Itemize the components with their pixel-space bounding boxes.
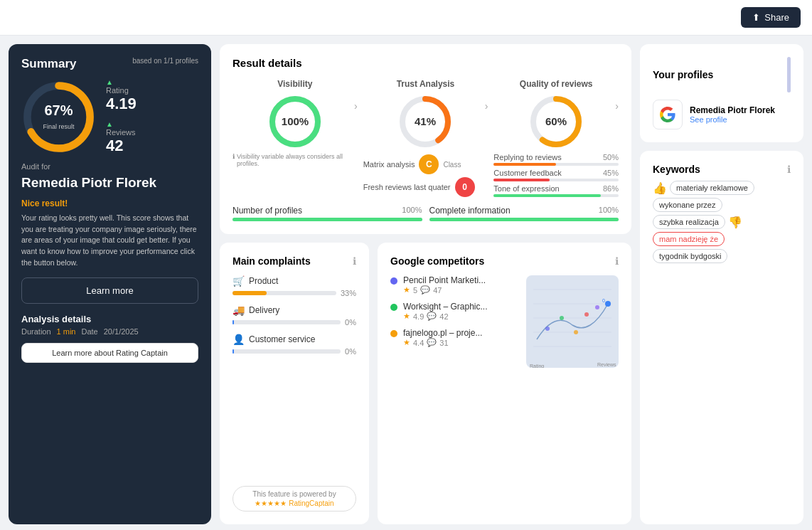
quality-title: Quality of reviews — [493, 79, 619, 89]
audit-for-label: Audit for — [21, 162, 198, 171]
product-pct: 33% — [341, 289, 356, 297]
rating-label: Rating — [106, 86, 137, 95]
profile-item-0: Remedia Piotr Florek See profile — [653, 100, 791, 129]
analysis-details: Analysis details Duration 1 min Date 20/… — [21, 312, 198, 336]
stats-block: ▲ Rating 4.19 ▲ Reviews 42 — [106, 78, 137, 155]
feedback-item: Customer feedback 45% — [493, 169, 619, 181]
zero-badge: 0 — [455, 177, 475, 197]
svg-point-18 — [560, 316, 564, 320]
learn-more-captain-button[interactable]: Learn more about Rating Captain — [21, 343, 198, 363]
see-profile-link-0[interactable]: See profile — [690, 115, 775, 124]
customer-service-pct: 0% — [345, 347, 356, 356]
quality-card: Quality of reviews 60% Replying to revie… — [493, 79, 619, 197]
summary-title: Summary — [21, 57, 76, 71]
based-on-label: based on 1/1 profiles — [132, 57, 198, 65]
keywords-wrap: 👍 materiały reklamowe wykonane przez szy… — [653, 181, 791, 263]
learn-more-button[interactable]: Learn more — [21, 277, 198, 304]
competitor-3: fajnelogo.pl – proje... ★ 4.4 💬 31 — [390, 328, 519, 347]
final-pct: 67% — [43, 102, 74, 119]
analysis-title: Analysis details — [21, 314, 91, 324]
keywords-panel: Keywords ℹ 👍 materiały reklamowe wykonan… — [640, 151, 803, 524]
competitors-chart: Rating Reviews 0 — [526, 275, 619, 368]
powered-by: This feature is powered by ★★★★★ RatingC… — [233, 486, 356, 512]
date-label: Date — [81, 327, 97, 336]
svg-point-21 — [595, 305, 599, 309]
visibility-note: ℹ Visibility variable always considers a… — [233, 153, 358, 167]
competitor-2: Worksight – Graphic... ★ 4.9 💬 42 — [390, 302, 519, 321]
complaint-delivery: 🚚 Delivery 0% — [233, 304, 356, 327]
customer-service-label: Customer service — [249, 334, 315, 344]
keyword-tag-2[interactable]: szybka realizacja — [653, 215, 725, 229]
rating-value: 4.19 — [106, 95, 137, 112]
competitor-1-name: Pencil Point Marketi... — [403, 275, 486, 285]
share-button[interactable]: ⬆ Share — [741, 7, 801, 28]
replying-item: Replying to reviews 50% — [493, 153, 619, 166]
final-label: Final result — [43, 123, 74, 130]
result-details-title: Result details — [233, 57, 619, 69]
competitor-1: Pencil Point Marketi... ★ 5 💬 47 — [390, 275, 519, 295]
visibility-chevron[interactable]: › — [354, 100, 358, 112]
right-column: Your profiles Remedia Piotr Florek See p… — [640, 44, 803, 524]
reviews-block: ▲ Reviews 42 — [106, 120, 137, 155]
svg-text:0: 0 — [602, 298, 605, 303]
summary-panel: Summary based on 1/1 profiles 67% Final … — [9, 44, 211, 524]
main-complaints-panel: Main complaints ℹ 🛒 Product 33% — [220, 243, 369, 524]
keyword-tag-4[interactable]: tygodnik bydgoski — [653, 249, 727, 263]
thumbs-down-icon: 👎 — [728, 216, 742, 229]
svg-point-19 — [574, 330, 578, 334]
profiles-title: Your profiles — [653, 69, 713, 80]
date-value: 20/1/2025 — [104, 327, 139, 336]
num-profiles-item: Number of profiles 100% — [233, 206, 422, 221]
trust-chevron[interactable]: › — [485, 100, 488, 112]
donut-container: 67% Final result — [21, 80, 96, 154]
class-badge: C — [419, 154, 439, 174]
reviews-value: 42 — [106, 137, 123, 154]
complaints-info-icon: ℹ — [353, 255, 356, 267]
visibility-card: Visibility 100% ℹ Visibility variable al… — [233, 79, 358, 197]
page-layout: Summary based on 1/1 profiles 67% Final … — [0, 36, 812, 530]
trust-title: Trust Analysis — [363, 79, 488, 89]
visibility-title: Visibility — [233, 79, 358, 89]
competitors-list: Pencil Point Marketi... ★ 5 💬 47 — [390, 275, 519, 368]
trust-matrix-row: Matrix analysis C Class — [363, 154, 488, 174]
class-label: Class — [443, 161, 461, 169]
svg-text:Rating: Rating — [530, 364, 544, 368]
result-description: Your rating looks pretty well. This scor… — [21, 213, 198, 269]
result-details-panel: Result details Visibility 100% ℹ Visi — [220, 44, 631, 234]
duration-value: 1 min — [57, 327, 76, 336]
rating-block: ▲ Rating 4.19 — [106, 78, 137, 113]
quality-chevron[interactable]: › — [615, 100, 619, 112]
keyword-tag-1[interactable]: wykonane przez — [653, 198, 722, 212]
complaint-customer-service: 👤 Customer service 0% — [233, 334, 356, 356]
svg-point-17 — [545, 327, 550, 331]
nice-result: Nice result! — [21, 198, 198, 208]
middle-column: Result details Visibility 100% ℹ Visi — [220, 44, 631, 524]
google-logo — [653, 100, 683, 129]
profile-name-0: Remedia Piotr Florek — [690, 105, 775, 115]
svg-text:41%: 41% — [415, 115, 436, 127]
complete-info-item: Complete information 100% — [429, 206, 619, 221]
duration-label: Duration — [21, 327, 51, 336]
fresh-row: Fresh reviews last quater 0 — [363, 177, 488, 197]
reviews-label: Reviews — [106, 128, 137, 137]
competitor-3-name: fajnelogo.pl – proje... — [403, 328, 482, 338]
svg-text:60%: 60% — [545, 115, 567, 127]
svg-point-16 — [605, 301, 611, 307]
profiles-scrollbar — [787, 57, 791, 92]
product-label: Product — [249, 276, 278, 286]
delivery-pct: 0% — [345, 318, 356, 327]
complaint-product: 🛒 Product 33% — [233, 275, 356, 297]
score-row: 67% Final result ▲ Rating 4.19 ▲ Reviews — [21, 78, 198, 155]
google-competitors-panel: Google competitors ℹ Pencil Point Market… — [378, 243, 631, 524]
company-name: Remedia Piotr Florek — [21, 175, 198, 191]
trust-analysis-card: Trust Analysis 41% Matrix analysis C — [363, 79, 488, 197]
competitors-info-icon: ℹ — [615, 255, 619, 267]
complaints-title: Main complaints — [233, 255, 311, 267]
keyword-tag-0[interactable]: materiały reklamowe — [670, 181, 754, 195]
keywords-info-icon: ℹ — [787, 164, 791, 175]
matrix-label: Matrix analysis — [363, 160, 415, 169]
delivery-label: Delivery — [249, 305, 279, 315]
svg-point-20 — [584, 312, 589, 317]
top-bar: ⬆ Share — [0, 0, 812, 36]
keyword-tag-3[interactable]: mam nadzieję że — [653, 232, 725, 246]
